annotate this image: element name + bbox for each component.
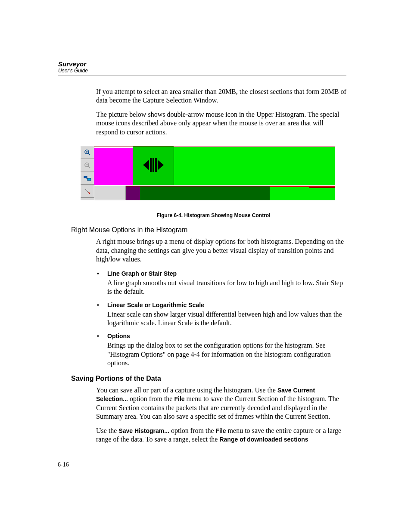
svg-marker-12 (143, 160, 149, 170)
intro-paragraph-2: The picture below shows double-arrow mou… (96, 110, 346, 137)
lower-segment-dark (126, 186, 270, 200)
fit-view-icon (84, 175, 91, 181)
upper-segment-1 (133, 146, 174, 185)
options-list: Line Graph or Stair Step A line graph sm… (96, 270, 346, 368)
doc-title: Surveyor (58, 60, 346, 68)
saving-paragraph-1: You can save all or part of a capture us… (96, 386, 346, 421)
section-heading-saving: Saving Portions of the Data (71, 375, 346, 383)
svg-marker-11 (88, 192, 90, 194)
zoom-in-button[interactable] (81, 146, 94, 159)
option-title: Line Graph or Stair Step (107, 270, 346, 278)
fit-view-button[interactable] (81, 172, 94, 185)
marker-tool-icon (84, 188, 91, 195)
option-body: Linear scale can show larger visual diff… (107, 311, 342, 327)
subheading-right-mouse: Right Mouse Options in the Histogram (71, 226, 346, 234)
intro-paragraph-1: If you attempt to select an area smaller… (96, 87, 346, 105)
upper-histogram[interactable] (94, 146, 335, 185)
option-body: A line graph smooths out visual transiti… (107, 279, 343, 295)
option-title: Options (107, 333, 346, 340)
figure-6-4: Figure 6-4. Histogram Showing Mouse Cont… (81, 146, 346, 218)
right-mouse-intro: A right mouse brings up a menu of displa… (96, 237, 346, 264)
lower-gutter (94, 186, 126, 200)
option-range-downloaded: Range of downloaded sections (219, 436, 308, 443)
upper-segment-selected (94, 148, 133, 185)
svg-line-5 (88, 166, 90, 168)
option-title: Linear Scale or Logarithmic Scale (107, 302, 346, 309)
svg-rect-7 (84, 176, 87, 178)
option-item-options: Options Brings up the dialog box to set … (96, 333, 346, 367)
lower-histogram[interactable] (94, 186, 335, 200)
zoom-in-icon (84, 149, 91, 156)
menu-file: File (215, 427, 226, 434)
doc-subtitle: User's Guide (58, 68, 346, 74)
svg-line-1 (88, 153, 90, 155)
svg-rect-15 (153, 158, 154, 172)
svg-rect-8 (87, 178, 91, 180)
figure-caption: Figure 6-4. Histogram Showing Mouse Cont… (81, 212, 346, 218)
page: Surveyor User's Guide If you attempt to … (0, 0, 411, 532)
zoom-out-button[interactable] (81, 159, 94, 172)
lower-segment-bright (270, 186, 335, 200)
svg-rect-14 (150, 158, 152, 172)
upper-segment-2 (174, 147, 335, 185)
menu-item-save-histogram: Save Histogram... (118, 427, 169, 434)
svg-rect-16 (155, 158, 157, 172)
option-item-linear-scale: Linear Scale or Logarithmic Scale Linear… (96, 302, 346, 328)
svg-marker-13 (158, 160, 164, 170)
histogram-graph-area (94, 146, 335, 200)
running-header: Surveyor User's Guide (58, 60, 346, 74)
resize-arrows-icon (143, 156, 164, 176)
histogram-screenshot (81, 146, 335, 200)
marker-tool-button[interactable] (81, 185, 94, 198)
menu-file: File (174, 395, 184, 402)
option-item-line-graph: Line Graph or Stair Step A line graph sm… (96, 270, 346, 296)
header-rule (58, 75, 346, 75)
saving-paragraph-2: Use the Save Histogram... option from th… (96, 426, 346, 444)
page-number: 6-16 (58, 461, 69, 468)
option-body: Brings up the dialog box to set the conf… (107, 342, 331, 367)
histogram-toolbar (81, 146, 94, 200)
zoom-out-icon (84, 162, 91, 169)
